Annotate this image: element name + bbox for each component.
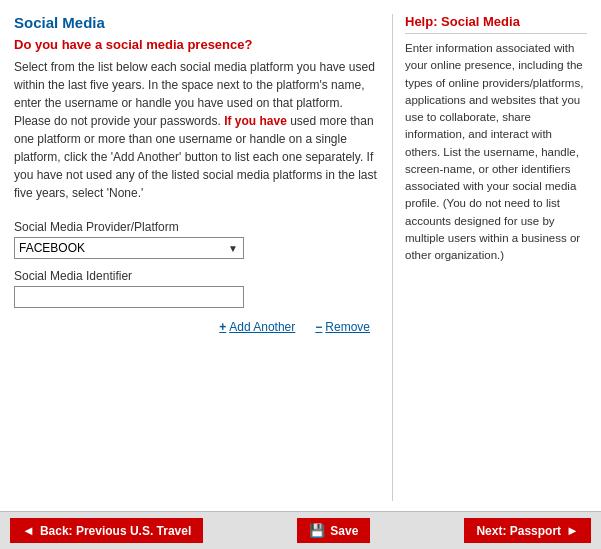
back-icon: ◄: [22, 523, 35, 538]
next-icon: ►: [566, 523, 579, 538]
page-title: Social Media: [14, 14, 380, 31]
plus-icon: +: [219, 320, 226, 334]
provider-select[interactable]: FACEBOOK TWITTER INSTAGRAM LINKEDIN YOUT…: [14, 237, 244, 259]
remove-label: Remove: [325, 320, 370, 334]
add-another-label: Add Another: [229, 320, 295, 334]
identifier-label: Social Media Identifier: [14, 269, 380, 283]
next-button[interactable]: Next: Passport ►: [464, 518, 591, 543]
left-panel: Social Media Do you have a social media …: [14, 14, 380, 501]
help-text: Enter information associated with your o…: [405, 40, 587, 264]
instructions-bold: If you have: [224, 114, 290, 128]
question-label: Do you have a social media presence?: [14, 37, 380, 52]
provider-label: Social Media Provider/Platform: [14, 220, 380, 234]
next-label: Next: Passport: [476, 524, 561, 538]
action-row: + Add Another − Remove: [14, 320, 380, 334]
save-icon: 💾: [309, 523, 325, 538]
instructions: Select from the list below each social m…: [14, 58, 380, 202]
page-wrapper: Social Media Do you have a social media …: [0, 0, 601, 549]
identifier-input[interactable]: [14, 286, 244, 308]
right-panel: Help: Social Media Enter information ass…: [392, 14, 587, 501]
provider-field-group: Social Media Provider/Platform FACEBOOK …: [14, 220, 380, 259]
identifier-field-group: Social Media Identifier: [14, 269, 380, 308]
back-label: Back: Previous U.S. Travel: [40, 524, 191, 538]
add-another-link[interactable]: + Add Another: [219, 320, 295, 334]
provider-select-wrapper: FACEBOOK TWITTER INSTAGRAM LINKEDIN YOUT…: [14, 237, 244, 259]
content-area: Social Media Do you have a social media …: [0, 0, 601, 511]
back-button[interactable]: ◄ Back: Previous U.S. Travel: [10, 518, 203, 543]
minus-icon: −: [315, 320, 322, 334]
save-label: Save: [330, 524, 358, 538]
save-button[interactable]: 💾 Save: [297, 518, 370, 543]
footer-bar: ◄ Back: Previous U.S. Travel 💾 Save Next…: [0, 511, 601, 549]
help-title: Help: Social Media: [405, 14, 587, 34]
remove-link[interactable]: − Remove: [315, 320, 370, 334]
